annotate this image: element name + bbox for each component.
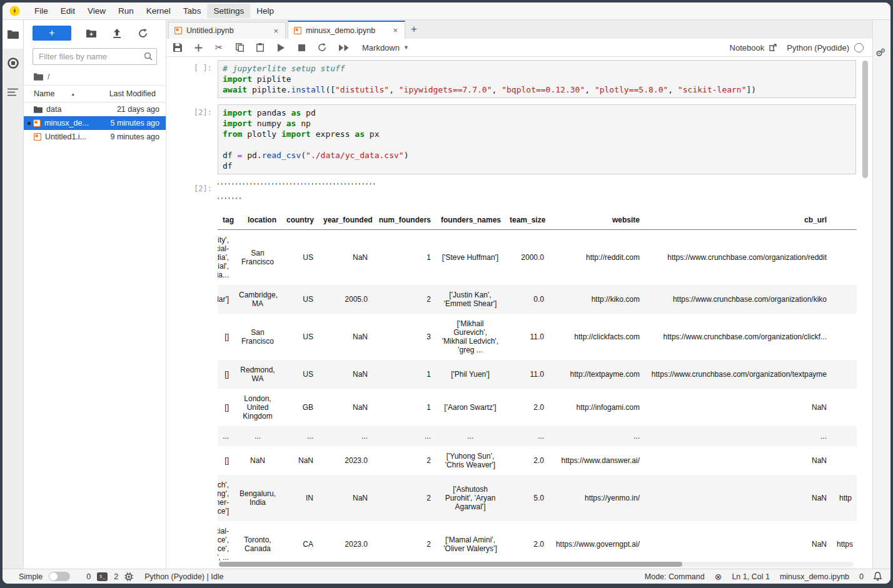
command-mode-label[interactable]: Mode: Command [645,572,705,581]
kernel-status-text[interactable]: Python (Pyodide) | Idle [144,572,223,581]
restart-kernel-button[interactable] [317,42,327,52]
vertical-scrollbar[interactable] [862,61,868,178]
menu-item-run[interactable]: Run [112,4,140,18]
upload-button[interactable] [111,27,123,39]
paste-cells-button[interactable] [255,42,265,52]
breadcrumb[interactable]: / [24,67,166,85]
menu-item-edit[interactable]: Edit [54,4,81,18]
column-modified-label[interactable]: Last Modified [109,89,159,98]
restart-run-all-button[interactable] [338,42,350,52]
file-list: data21 days agominusx_de...5 minutes ago… [24,102,166,144]
notebook-content: [ ]:# jupyterlite setup stuffimport pipl… [166,57,872,569]
notebook-panel: Untitled.ipynb×minusx_demo.ipynb×+ ✂ [166,20,872,569]
bell-icon[interactable] [874,572,882,581]
menu-item-kernel[interactable]: Kernel [140,4,177,18]
menu-item-tabs[interactable]: Tabs [177,4,208,18]
new-launcher-button[interactable]: + [33,26,71,41]
status-bar-right: Mode: Command ⊗ Ln 1, Col 1 minusx_demo.… [645,572,882,582]
copy-icon [236,43,244,52]
cell-type-dropdown[interactable]: Markdown ▼ [362,43,409,52]
close-icon[interactable]: × [391,26,399,35]
output-horizontal-scrollbar[interactable] [219,562,854,567]
df-cell: [] [218,389,234,426]
tab-untitled-ipynb[interactable]: Untitled.ipynb× [168,22,286,39]
df-col-header [832,212,857,230]
run-cell-button[interactable] [276,42,286,52]
save-button[interactable] [173,42,183,52]
menu-item-view[interactable]: View [81,4,112,18]
kernel-status-icon [854,43,864,52]
tab-bar: Untitled.ipynb×minusx_demo.ipynb×+ [166,20,872,39]
kernel-indicator[interactable]: Python (Pyodide) [787,43,864,52]
df-cell: 11.0 [505,360,549,389]
sidebar-tab-toc[interactable] [3,77,23,106]
tab-minusx-demo-ipynb[interactable]: minusx_demo.ipynb× [288,21,405,39]
notebook-view-link[interactable]: Notebook [730,43,777,52]
kernel-sessions-icon[interactable] [124,572,133,581]
home-folder-icon [34,73,43,81]
df-cell: [] [218,446,234,475]
df-cell: https://www.crunchbase.com/organization/… [645,230,832,286]
df-cell: NaN [318,314,373,360]
df-cell: ... [645,426,832,446]
menu-item-settings[interactable]: Settings [207,4,250,18]
table-row: []London,UnitedKingdomGBNaN1['Aaron Swar… [218,389,857,426]
cell-editor[interactable]: import pandas as pdimport numpy as npfro… [218,104,856,174]
close-icon[interactable]: × [272,26,280,36]
refresh-files-button[interactable] [137,27,148,39]
df-cell: [] [218,360,234,389]
file-row-minusx-de-[interactable]: minusx_de...5 minutes ago [24,116,166,130]
df-cell: US [281,360,318,389]
df-cell [832,314,857,360]
menu-item-help[interactable]: Help [250,4,280,18]
notebook-toolbar: ✂ Markd [166,39,872,57]
df-cell: https://www.governgpt.ai/ [549,521,645,567]
file-row-untitled1-i-[interactable]: Untitled1.i...9 minutes ago [24,130,166,144]
df-cell: NaN [318,475,373,521]
df-cell: NaN [318,230,373,286]
df-cell: ['Mamal Amini','Oliver Walerys'] [436,521,505,567]
sidebar-tab-files[interactable] [3,20,23,49]
menu-items: FileEditViewRunKernelTabsSettingsHelp [28,4,280,18]
new-folder-button[interactable] [86,27,97,39]
df-cell: London,United [234,567,281,569]
output-prompt: [2]: [166,181,218,569]
scrollbar-thumb[interactable] [219,562,682,567]
fast-forward-icon [339,44,349,51]
df-col-header: location [234,212,281,230]
kernel-name-label: Python (Pyodide) [787,43,849,52]
new-tab-button[interactable]: + [407,23,423,39]
df-cell: 2023.0 [318,521,373,567]
df-cell: https [832,521,857,567]
filter-files-input[interactable] [33,48,157,65]
column-name-label[interactable]: Name [34,89,54,98]
gear-icon: ⚙ [880,47,885,54]
cursor-position[interactable]: Ln 1, Col 1 [732,572,769,581]
file-browser: + / Name ▲ L [24,20,166,569]
df-cell: http [832,567,857,569]
df-cell [832,285,857,314]
df-cell: NaN [281,446,318,475]
df-col-header: website [549,212,645,230]
file-row-data[interactable]: data21 days ago [24,102,166,116]
df-cell: [] [218,314,234,360]
cut-cells-button[interactable]: ✂ [214,42,224,52]
toggle-knob [49,572,58,581]
df-cell: 2.0 [505,521,549,567]
property-inspector-button[interactable]: ⚙⚙ [875,47,888,59]
interrupt-kernel-button[interactable] [296,42,306,52]
df-col-header: year_founded [318,212,373,230]
menu-item-file[interactable]: File [28,4,54,18]
output-body: ''''''''''''''''''''''''''''''''''''''''… [218,181,856,569]
terminal-icon[interactable]: s_ [97,572,108,581]
insert-cell-button[interactable] [193,42,203,52]
cell-type-value: Markdown [362,43,400,52]
df-cell: GB [281,389,318,426]
df-cell: 2023.0 [318,567,373,569]
sidebar-tab-running[interactable] [3,49,23,77]
cell-editor[interactable]: # jupyterlite setup stuffimport piplitea… [218,60,856,98]
simple-mode-toggle[interactable] [49,572,70,581]
code-cell-0: [ ]:# jupyterlite setup stuffimport pipl… [166,60,856,98]
df-cell: IN [281,475,318,521]
copy-cells-button[interactable] [235,42,245,52]
